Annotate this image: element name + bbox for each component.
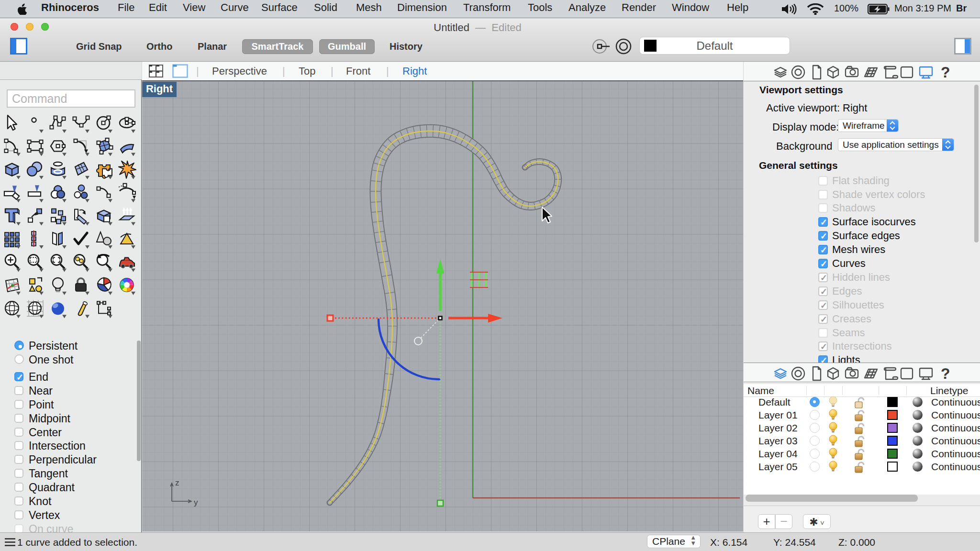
svg-text:?: ? <box>941 64 950 81</box>
svg-text:y: y <box>194 498 198 507</box>
svg-text:?: ? <box>941 365 950 382</box>
svg-text:z: z <box>175 478 179 487</box>
